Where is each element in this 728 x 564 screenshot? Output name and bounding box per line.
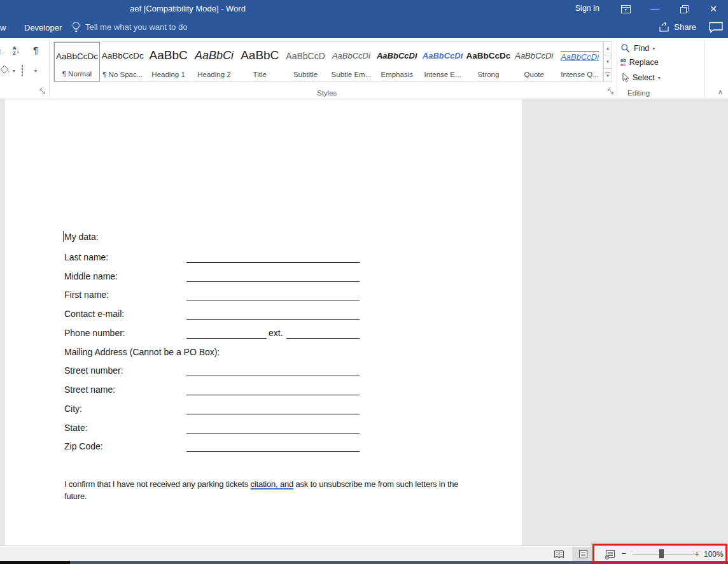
tab-developer[interactable]: Developer bbox=[22, 23, 64, 32]
replace-button[interactable]: ab ac Replace bbox=[620, 58, 659, 67]
close-icon: ✕ bbox=[710, 4, 717, 14]
text-cursor bbox=[63, 231, 64, 242]
editing-group-label: Editing bbox=[627, 89, 650, 97]
style-item-intense-emphasis[interactable]: AaBbCcDi Intense E... bbox=[420, 42, 466, 81]
comments-button[interactable] bbox=[709, 22, 723, 33]
style-item-title[interactable]: AaBbC Title bbox=[237, 42, 283, 81]
style-item-intense-quote[interactable]: AaBbCcDi Intense Q... bbox=[557, 42, 603, 81]
minimize-button[interactable]: — bbox=[640, 0, 669, 18]
tell-me-box[interactable]: Tell me what you want to do bbox=[71, 21, 187, 33]
styles-scroll-up-button[interactable]: ▴ bbox=[603, 41, 612, 55]
show-paragraph-marks-button[interactable]: ¶ bbox=[33, 45, 38, 55]
ribbon: ≡ AZ ↓ ¶ ▾ ▾ AaBbCcDc ¶ Normal A bbox=[0, 38, 728, 99]
style-item-heading1[interactable]: AaBbC Heading 1 bbox=[146, 42, 192, 81]
styles-scroll-down-button[interactable]: ▾ bbox=[603, 55, 612, 68]
ext-label[interactable]: ext. bbox=[269, 328, 283, 338]
borders-dropdown-caret-icon[interactable]: ▾ bbox=[34, 68, 37, 74]
line-spacing-icon[interactable]: ≡ bbox=[0, 46, 1, 57]
blank-line[interactable] bbox=[186, 328, 267, 339]
read-mode-button[interactable] bbox=[548, 547, 570, 561]
group-separator bbox=[704, 40, 705, 96]
print-layout-icon bbox=[578, 549, 588, 559]
ribbon-tab-row: w Developer Tell me what you want to do … bbox=[0, 18, 728, 38]
select-label: Select bbox=[633, 73, 655, 82]
form-row: First name: bbox=[5, 290, 522, 304]
web-layout-icon bbox=[605, 549, 615, 560]
zoom-out-button[interactable]: − bbox=[621, 548, 626, 558]
form-row: Zip Code: bbox=[5, 441, 522, 455]
blank-line[interactable] bbox=[186, 404, 360, 414]
collapse-ribbon-icon[interactable]: ∧ bbox=[718, 88, 723, 96]
blank-line[interactable] bbox=[186, 309, 360, 320]
shading-dropdown-caret-icon[interactable]: ▾ bbox=[13, 68, 15, 74]
group-separator bbox=[49, 40, 50, 96]
scroll-down-icon: ▾ bbox=[606, 60, 609, 64]
styles-gallery-scroll: ▴ ▾ ▾ bbox=[603, 41, 612, 82]
style-item-emphasis[interactable]: AaBbCcDi Emphasis bbox=[374, 42, 420, 81]
grammar-flagged-text[interactable]: citation, and bbox=[250, 479, 293, 489]
blank-line[interactable] bbox=[186, 423, 360, 434]
closing-paragraph[interactable]: I confirm that I have not received any p… bbox=[64, 478, 468, 502]
form-row: Last name: bbox=[5, 252, 522, 266]
find-search-icon bbox=[620, 43, 631, 53]
sign-in-button[interactable]: Sign in bbox=[575, 4, 599, 13]
blank-line[interactable] bbox=[186, 442, 360, 452]
blank-line[interactable] bbox=[186, 290, 360, 300]
styles-gallery: AaBbCcDc ¶ Normal AaBbCcDc ¶ No Spac... … bbox=[53, 41, 603, 82]
select-button[interactable]: Select ▾ bbox=[620, 73, 661, 83]
select-cursor-icon bbox=[620, 73, 629, 83]
status-bar: − + 100% bbox=[0, 546, 728, 561]
pilcrow-icon: ¶ bbox=[33, 45, 38, 55]
zoom-in-button[interactable]: + bbox=[694, 549, 699, 559]
doc-intro-line[interactable]: My data: bbox=[64, 232, 99, 242]
style-item-no-spacing[interactable]: AaBbCcDc ¶ No Spac... bbox=[100, 42, 146, 81]
share-button[interactable]: Share bbox=[659, 22, 696, 32]
style-item-subtitle[interactable]: AaBbCcD Subtitle bbox=[283, 42, 328, 81]
print-layout-button[interactable] bbox=[572, 547, 594, 561]
replace-icon: ab ac bbox=[620, 58, 626, 67]
mailing-address-header[interactable]: Mailing Address (Cannot be a PO Box): bbox=[64, 347, 220, 357]
style-item-heading2[interactable]: AaBbCi Heading 2 bbox=[192, 42, 237, 81]
tab-view-partial[interactable]: w bbox=[0, 23, 6, 32]
bottom-edge-blue bbox=[70, 561, 728, 564]
read-mode-icon bbox=[554, 549, 564, 559]
group-separator bbox=[617, 40, 617, 96]
minimize-icon: — bbox=[650, 6, 659, 12]
blank-line[interactable] bbox=[186, 272, 360, 282]
blank-line[interactable] bbox=[186, 366, 360, 376]
zoom-slider-thumb[interactable] bbox=[659, 549, 664, 558]
form-row: City: bbox=[5, 404, 522, 418]
style-item-subtle-emphasis[interactable]: AaBbCcDi Subtle Em... bbox=[328, 42, 374, 81]
form-row-phone: Phone number: ext. bbox=[5, 328, 522, 342]
restore-button[interactable] bbox=[669, 0, 699, 18]
styles-dialog-launcher[interactable] bbox=[608, 88, 615, 96]
sort-button[interactable]: AZ ↓ bbox=[13, 46, 20, 56]
comment-icon bbox=[709, 22, 723, 33]
shading-button[interactable] bbox=[0, 65, 10, 74]
window-title: aef [Compatibility Mode] - Word bbox=[124, 4, 251, 13]
blank-line[interactable] bbox=[286, 328, 360, 339]
ribbon-display-options-button[interactable] bbox=[611, 0, 640, 18]
style-item-strong[interactable]: AaBbCcDc Strong bbox=[465, 42, 511, 81]
web-layout-button[interactable] bbox=[599, 547, 620, 561]
document-page[interactable]: My data: Last name: Middle name: First n… bbox=[5, 99, 522, 546]
blank-line[interactable] bbox=[186, 253, 360, 263]
close-button[interactable]: ✕ bbox=[699, 0, 728, 18]
blank-line[interactable] bbox=[186, 385, 360, 395]
form-row: State: bbox=[5, 423, 522, 437]
form-row: Middle name: bbox=[5, 271, 522, 285]
styles-more-button[interactable]: ▾ bbox=[603, 68, 612, 82]
borders-grid-icon bbox=[22, 65, 23, 76]
form-row: Street name: bbox=[5, 384, 522, 398]
styles-group-label: Styles bbox=[317, 89, 337, 97]
paragraph-dialog-launcher[interactable] bbox=[39, 88, 47, 96]
find-button[interactable]: Find ▾ bbox=[620, 43, 655, 53]
paint-bucket-icon bbox=[0, 65, 10, 74]
replace-label: Replace bbox=[629, 58, 659, 67]
borders-button[interactable] bbox=[22, 66, 23, 76]
word-window: aef [Compatibility Mode] - Word Sign in … bbox=[0, 0, 728, 564]
zoom-level[interactable]: 100% bbox=[704, 550, 724, 559]
style-item-normal[interactable]: AaBbCcDc ¶ Normal bbox=[54, 42, 100, 81]
share-icon bbox=[659, 22, 670, 32]
style-item-quote[interactable]: AaBbCcDi Quote bbox=[511, 42, 557, 81]
